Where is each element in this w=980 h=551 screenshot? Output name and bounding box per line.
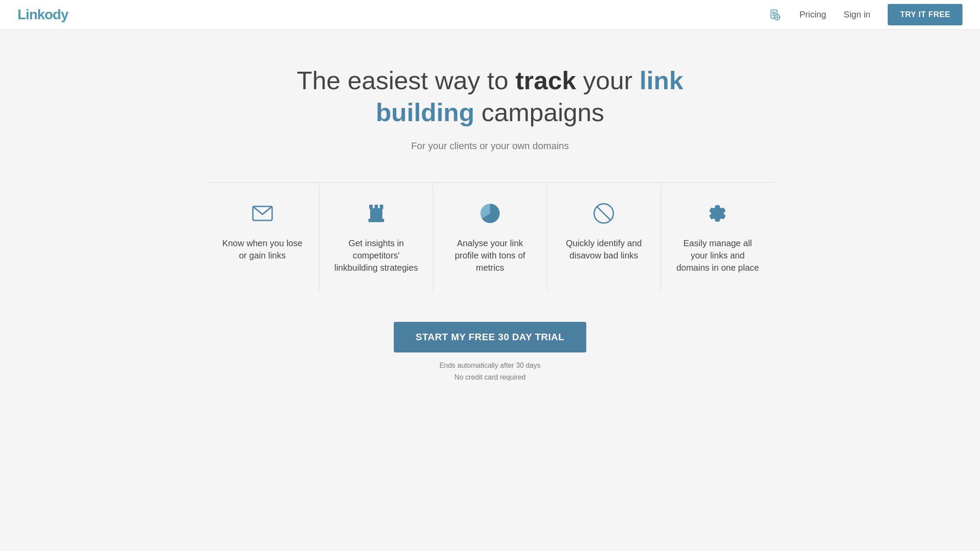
pie-chart-icon — [477, 200, 503, 227]
feature-insights: Get insights in competitors' linkbuildin… — [319, 183, 433, 291]
feature-insights-text: Get insights in competitors' linkbuildin… — [332, 237, 420, 274]
nav: Pricing Sign in TRY IT FREE — [768, 4, 962, 25]
pricing-link[interactable]: Pricing — [799, 10, 826, 20]
svg-line-13 — [597, 206, 611, 220]
envelope-icon — [249, 200, 276, 227]
svg-rect-9 — [370, 208, 382, 219]
features-row: Know when you lose or gain links Get ins… — [206, 182, 774, 291]
feature-analyse: Analyse your link profile with tons of m… — [433, 183, 547, 291]
language-icon[interactable] — [768, 8, 782, 22]
hero-title: The easiest way to track your link build… — [293, 65, 687, 128]
signin-link[interactable]: Sign in — [844, 10, 870, 20]
chess-rook-icon — [363, 200, 389, 227]
start-trial-button[interactable]: START MY FREE 30 DAY TRIAL — [394, 322, 586, 352]
feature-analyse-text: Analyse your link profile with tons of m… — [446, 237, 533, 274]
feature-manage: Easily manage all your links and domains… — [661, 183, 774, 291]
svg-rect-2 — [772, 13, 776, 14]
main-content: The easiest way to track your link build… — [0, 30, 980, 409]
cta-section: START MY FREE 30 DAY TRIAL Ends automati… — [394, 322, 586, 383]
hero-subtitle: For your clients or your own domains — [411, 140, 569, 152]
feature-know-text: Know when you lose or gain links — [219, 237, 306, 262]
gear-icon — [704, 200, 731, 227]
feature-manage-text: Easily manage all your links and domains… — [674, 237, 761, 274]
svg-rect-10 — [368, 219, 384, 222]
svg-rect-1 — [772, 12, 776, 13]
feature-disavow-text: Quickly identify and disavow bad links — [560, 237, 648, 262]
try-free-button[interactable]: TRY IT FREE — [888, 4, 962, 25]
header: Linkody Pricing Sign in TRY IT FREE — [0, 0, 980, 30]
feature-disavow: Quickly identify and disavow bad links — [547, 183, 661, 291]
logo-text: Linkody — [18, 7, 68, 22]
svg-rect-3 — [772, 15, 774, 16]
feature-know: Know when you lose or gain links — [206, 183, 319, 291]
logo[interactable]: Linkody — [18, 7, 68, 23]
block-icon — [591, 200, 617, 227]
cta-note: Ends automatically after 30 days No cred… — [439, 359, 540, 383]
